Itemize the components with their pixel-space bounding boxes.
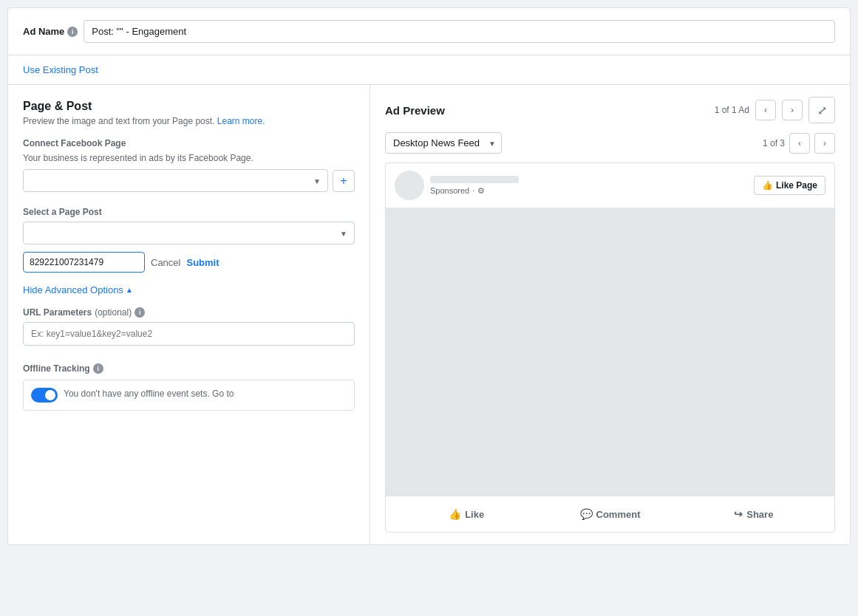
ad-preview-title: Ad Preview: [385, 104, 445, 117]
preview-sub-count: 1 of 3: [763, 138, 785, 148]
ad-card-image: [386, 208, 834, 496]
page-name-block: Sponsored · ⚙: [430, 176, 519, 196]
offline-tracking-section: Offline Tracking i You don't have any of…: [23, 363, 355, 411]
like-page-button[interactable]: 👍 Like Page: [754, 176, 825, 195]
like-action-button[interactable]: 👍 Like: [395, 504, 538, 524]
offline-tracking-label: Offline Tracking i: [23, 363, 355, 374]
offline-notice-text: You don't have any offline event sets. G…: [64, 388, 234, 400]
sponsored-gear-icon[interactable]: ⚙: [477, 186, 485, 196]
add-page-button[interactable]: +: [333, 170, 355, 192]
caret-up-icon: ▲: [126, 286, 133, 294]
submit-link[interactable]: Submit: [186, 257, 219, 268]
select-page-post-label: Select a Page Post: [23, 207, 355, 217]
page-post-select[interactable]: [23, 222, 355, 244]
offline-notice: You don't have any offline event sets. G…: [23, 380, 355, 411]
url-params-info-icon[interactable]: i: [135, 307, 145, 318]
comment-action-icon: 💬: [580, 508, 593, 520]
preview-nav: 1 of 1 Ad ‹ › ⤢: [715, 97, 835, 123]
preview-next-button[interactable]: ›: [782, 100, 803, 120]
share-action-icon: ↪: [734, 508, 743, 520]
ad-card-page-info: Sponsored · ⚙: [395, 171, 519, 200]
use-existing-post-link[interactable]: Use Existing Post: [23, 64, 98, 75]
share-action-button[interactable]: ↪ Share: [682, 504, 825, 524]
preview-sub-prev-button[interactable]: ‹: [789, 133, 810, 154]
url-params-input[interactable]: [23, 322, 355, 346]
hide-advanced-options-link[interactable]: Hide Advanced Options ▲: [23, 284, 133, 295]
sponsored-text: Sponsored: [430, 186, 469, 195]
offline-toggle[interactable]: [31, 388, 58, 403]
page-post-subtitle: Preview the image and text from your Pag…: [23, 116, 355, 126]
comment-action-button[interactable]: 💬 Comment: [538, 504, 681, 524]
placement-select[interactable]: Desktop News Feed: [385, 132, 502, 154]
learn-more-link[interactable]: Learn more.: [217, 116, 265, 126]
right-panel: Ad Preview 1 of 1 Ad ‹ › ⤢ Desktop News …: [370, 85, 850, 544]
ad-name-label-text: Ad Name: [23, 26, 64, 37]
url-params-label: URL Parameters (optional) i: [23, 307, 355, 318]
preview-count-text: 1 of 1 Ad: [715, 105, 749, 115]
ad-card-actions: 👍 Like 💬 Comment ↪ Share: [386, 496, 834, 532]
like-page-thumb-icon: 👍: [762, 180, 773, 191]
ad-name-info-icon[interactable]: i: [67, 27, 78, 37]
preview-controls: Desktop News Feed ▼ 1 of 3 ‹ ›: [385, 132, 835, 154]
offline-tracking-info-icon[interactable]: i: [93, 363, 103, 374]
connect-fb-label: Connect Facebook Page: [23, 138, 355, 148]
connect-fb-row: ▼ +: [23, 169, 355, 192]
page-post-title: Page & Post: [23, 100, 355, 113]
ad-name-input[interactable]: [84, 20, 835, 43]
ad-name-label: Ad Name i: [23, 26, 78, 37]
page-avatar: [395, 171, 424, 200]
preview-sub-next-button[interactable]: ›: [814, 133, 835, 154]
preview-prev-button[interactable]: ‹: [755, 100, 776, 120]
placement-select-wrapper: Desktop News Feed ▼: [385, 132, 502, 154]
connect-fb-description: Your business is represented in ads by i…: [23, 153, 355, 163]
main-columns: Page & Post Preview the image and text f…: [8, 85, 850, 544]
post-id-row: Cancel Submit: [23, 252, 355, 273]
page-post-select-wrapper: ▼: [23, 222, 355, 244]
preview-sub-nav: 1 of 3 ‹ ›: [763, 133, 835, 154]
ad-card-header: Sponsored · ⚙ 👍 Like Page: [386, 163, 834, 208]
left-panel: Page & Post Preview the image and text f…: [8, 85, 370, 544]
preview-external-button[interactable]: ⤢: [808, 97, 835, 123]
sponsored-line: Sponsored · ⚙: [430, 186, 519, 196]
page-name-placeholder: [430, 176, 519, 183]
like-action-icon: 👍: [449, 508, 461, 520]
ad-preview-header: Ad Preview 1 of 1 Ad ‹ › ⤢: [385, 97, 835, 123]
ad-preview-card: Sponsored · ⚙ 👍 Like Page 👍: [385, 162, 835, 533]
cancel-link[interactable]: Cancel: [151, 257, 180, 268]
use-existing-post-section: Use Existing Post: [8, 55, 850, 85]
sponsored-dot: ·: [472, 186, 474, 195]
facebook-page-select-wrapper: ▼: [23, 169, 328, 192]
post-id-input[interactable]: [23, 252, 145, 273]
ad-name-section: Ad Name i: [8, 8, 850, 55]
facebook-page-select[interactable]: [23, 169, 328, 192]
